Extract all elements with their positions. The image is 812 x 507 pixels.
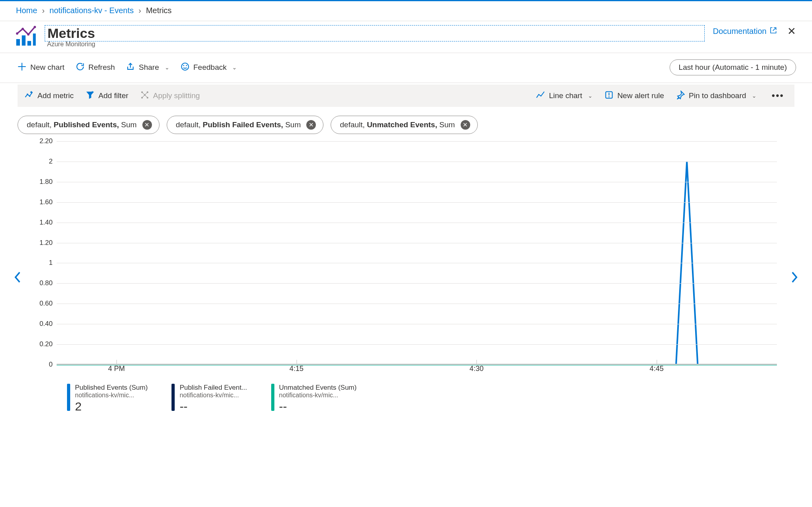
breadcrumb-home[interactable]: Home — [16, 6, 37, 15]
breadcrumb-resource[interactable]: notifications-kv - Events — [49, 6, 134, 15]
chart-x-tick-label: 4:15 — [290, 365, 304, 373]
chart-y-tick-label: 0 — [30, 361, 53, 369]
svg-rect-0 — [16, 39, 20, 45]
svg-point-19 — [609, 96, 610, 97]
add-filter-label: Add filter — [99, 91, 128, 100]
page-header: Metrics Azure Monitoring Documentation ✕ — [0, 21, 812, 53]
divider — [0, 83, 812, 83]
legend-subtitle: notifications-kv/mic... — [75, 392, 148, 399]
share-label: Share — [139, 63, 159, 72]
metrics-icon — [14, 25, 37, 47]
legend-item[interactable]: Unmatched Events (Sum) notifications-kv/… — [271, 384, 357, 413]
legend-item[interactable]: Publish Failed Event... notifications-kv… — [171, 384, 247, 413]
legend-swatch — [171, 384, 175, 411]
share-icon — [126, 62, 135, 73]
add-filter-button[interactable]: Add filter — [86, 91, 128, 101]
chart-y-tick-label: 0.80 — [30, 279, 53, 287]
legend-item[interactable]: Published Events (Sum) notifications-kv/… — [67, 384, 148, 413]
metric-pill-scope: default, — [27, 120, 51, 129]
chart-y-tick-label: 0.60 — [30, 300, 53, 308]
feedback-label: Feedback — [193, 63, 227, 72]
chart-y-tick-label: 0.40 — [30, 320, 53, 328]
pin-label: Pin to dashboard — [689, 91, 746, 100]
remove-metric-button[interactable]: ✕ — [142, 120, 152, 130]
chart-y-tick-label: 1 — [30, 259, 53, 267]
chart-prev-button[interactable] — [10, 141, 26, 413]
chart-toolbar: Add metric Add filter Apply splitting Li… — [18, 85, 794, 107]
chart-y-tick-label: 1.60 — [30, 198, 53, 206]
chart-container: 00.200.400.600.8011.201.401.601.8022.20 … — [10, 141, 802, 413]
chart-y-tick-label: 1.40 — [30, 219, 53, 227]
chart-y-tick-label: 0.20 — [30, 340, 53, 348]
share-button[interactable]: Share ⌄ — [126, 62, 169, 73]
page-subtitle: Azure Monitoring — [45, 41, 705, 48]
refresh-button[interactable]: Refresh — [76, 62, 115, 73]
svg-point-5 — [22, 28, 24, 30]
chart-plot[interactable]: 00.200.400.600.8011.201.401.601.8022.20 — [57, 141, 777, 365]
metric-pill-agg: Sum — [439, 120, 455, 129]
svg-point-4 — [16, 32, 18, 35]
legend-title: Unmatched Events (Sum) — [279, 384, 357, 392]
chart-y-tick-label: 2 — [30, 158, 53, 166]
refresh-label: Refresh — [89, 63, 115, 72]
legend-subtitle: notifications-kv/mic... — [279, 392, 357, 399]
pin-to-dashboard-button[interactable]: Pin to dashboard ⌄ — [676, 91, 757, 101]
documentation-link[interactable]: Documentation — [713, 27, 777, 36]
chart-y-tick-label: 1.80 — [30, 178, 53, 186]
new-alert-rule-button[interactable]: New alert rule — [605, 91, 664, 101]
svg-point-6 — [27, 33, 30, 36]
chart-gridline — [57, 344, 777, 345]
chart-y-tick-label: 1.20 — [30, 239, 53, 247]
chart-next-button[interactable] — [786, 141, 802, 413]
chevron-right-icon: › — [42, 6, 45, 15]
chevron-right-icon: › — [138, 6, 141, 15]
metric-pills: default, Published Events, Sum ✕ default… — [18, 116, 794, 134]
new-chart-label: New chart — [30, 63, 65, 72]
svg-rect-3 — [33, 34, 36, 45]
svg-point-11 — [27, 93, 28, 95]
plus-icon — [18, 62, 26, 73]
add-metric-button[interactable]: Add metric — [25, 91, 74, 101]
metric-pill-agg: Sum — [285, 120, 301, 129]
add-metric-icon — [25, 91, 34, 101]
apply-splitting-label: Apply splitting — [153, 91, 200, 100]
chart-gridline — [57, 243, 777, 243]
metric-pill[interactable]: default, Published Events, Sum ✕ — [18, 116, 160, 134]
chart-type-dropdown[interactable]: Line chart ⌄ — [536, 91, 592, 101]
breadcrumb-current: Metrics — [146, 6, 171, 15]
new-chart-button[interactable]: New chart — [18, 62, 65, 73]
chevron-down-icon: ⌄ — [588, 93, 593, 99]
svg-point-9 — [183, 65, 184, 66]
refresh-icon — [76, 62, 85, 73]
chart-x-tick-label: 4 PM — [108, 365, 125, 373]
close-button[interactable]: ✕ — [787, 25, 796, 37]
metric-pill-name: Publish Failed Events, — [203, 120, 283, 129]
metric-pill[interactable]: default, Unmatched Events, Sum ✕ — [331, 116, 477, 134]
chevron-down-icon: ⌄ — [232, 64, 237, 71]
time-range-picker[interactable]: Last hour (Automatic - 1 minute) — [670, 59, 796, 75]
chart-x-axis: 4 PM4:154:304:45 — [57, 365, 777, 378]
documentation-label: Documentation — [713, 27, 767, 36]
remove-metric-button[interactable]: ✕ — [461, 120, 470, 130]
feedback-button[interactable]: Feedback ⌄ — [181, 62, 237, 73]
chart-y-tick-label: 2.20 — [30, 137, 53, 145]
svg-rect-2 — [28, 41, 31, 46]
chart-gridline — [57, 304, 777, 304]
legend-swatch — [67, 384, 70, 411]
chart-gridline — [57, 223, 777, 223]
legend-title: Published Events (Sum) — [75, 384, 148, 392]
legend-value: 2 — [75, 400, 148, 413]
svg-point-8 — [181, 63, 189, 70]
more-button[interactable]: ••• — [769, 90, 787, 101]
remove-metric-button[interactable]: ✕ — [306, 120, 316, 130]
metric-pill[interactable]: default, Publish Failed Events, Sum ✕ — [167, 116, 324, 134]
apply-splitting-button[interactable]: Apply splitting — [140, 91, 200, 101]
add-metric-label: Add metric — [37, 91, 74, 100]
split-icon — [140, 91, 149, 101]
chart-x-tick-label: 4:30 — [469, 365, 483, 373]
chart-legend: Published Events (Sum) notifications-kv/… — [67, 384, 777, 413]
breadcrumb: Home › notifications-kv - Events › Metri… — [0, 0, 812, 21]
svg-rect-1 — [22, 36, 26, 46]
legend-title: Publish Failed Event... — [179, 384, 247, 392]
metric-pill-name: Published Events, — [54, 120, 119, 129]
